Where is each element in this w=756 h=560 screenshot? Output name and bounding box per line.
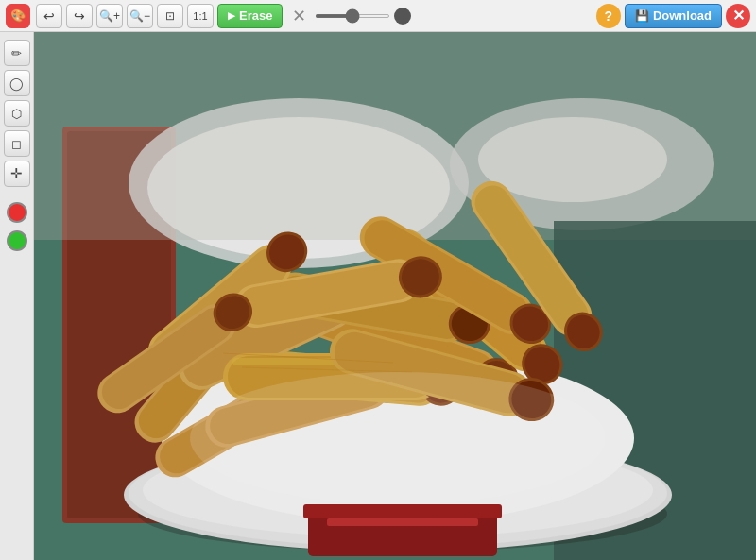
foreground-color-button[interactable] (7, 202, 27, 223)
left-sidebar: ✏ ◯ ⬡ ◻ ✛ (0, 32, 34, 560)
zoom-out-icon: 🔍− (129, 9, 150, 23)
close-icon: ✕ (732, 7, 745, 25)
eraser-icon: ◻ (11, 137, 22, 151)
fit-icon: ⊡ (165, 9, 175, 23)
download-label: Download (653, 8, 712, 23)
help-icon: ? (605, 8, 613, 24)
lasso-icon: ◯ (9, 76, 24, 91)
actual-size-icon: 1:1 (193, 10, 207, 22)
canvas-area[interactable] (34, 32, 756, 560)
actual-size-button[interactable]: 1:1 (187, 4, 214, 28)
move-tool-button[interactable]: ✛ (4, 161, 30, 187)
background-color-button[interactable] (7, 230, 27, 251)
fit-button[interactable]: ⊡ (157, 4, 183, 28)
brush-tool-button[interactable]: ✏ (4, 40, 30, 66)
eraser-tool-button[interactable]: ◻ (4, 130, 30, 157)
undo-button[interactable]: ↩ (36, 4, 62, 28)
brush-size-slider-container (315, 8, 411, 25)
undo-icon: ↩ (43, 8, 55, 24)
food-image (34, 32, 756, 560)
app-icon-shape: 🎨 (10, 8, 26, 23)
app-icon: 🎨 (6, 4, 30, 28)
toolbar: 🎨 ↩ ↪ 🔍+ 🔍− ⊡ 1:1 ▶ Erase ✕ ? (0, 0, 756, 32)
redo-icon: ↪ (74, 8, 85, 24)
close-button[interactable]: ✕ (726, 4, 750, 28)
polygon-tool-button[interactable]: ⬡ (4, 100, 30, 127)
erase-button[interactable]: ▶ Erase (217, 4, 283, 28)
lasso-tool-button[interactable]: ◯ (4, 70, 30, 96)
slider-dot (394, 8, 411, 25)
polygon-icon: ⬡ (11, 107, 22, 121)
download-button[interactable]: 💾 Download (625, 4, 722, 28)
cancel-button[interactable]: ✕ (286, 4, 311, 28)
right-buttons: ? 💾 Download ✕ (596, 4, 750, 28)
brush-icon: ✏ (11, 46, 22, 60)
move-icon: ✛ (10, 165, 23, 182)
zoom-in-button[interactable]: 🔍+ (96, 4, 123, 28)
cancel-icon: ✕ (292, 6, 306, 26)
svg-rect-81 (34, 32, 756, 560)
zoom-out-button[interactable]: 🔍− (127, 4, 153, 28)
zoom-in-icon: 🔍+ (99, 9, 120, 23)
help-button[interactable]: ? (596, 4, 621, 28)
erase-label: Erase (239, 8, 272, 23)
brush-size-slider[interactable] (315, 14, 390, 18)
main-area: ✏ ◯ ⬡ ◻ ✛ (0, 32, 756, 560)
erase-play-icon: ▶ (228, 10, 235, 21)
image-container (34, 32, 756, 560)
redo-button[interactable]: ↪ (66, 4, 93, 28)
download-icon: 💾 (635, 9, 649, 23)
